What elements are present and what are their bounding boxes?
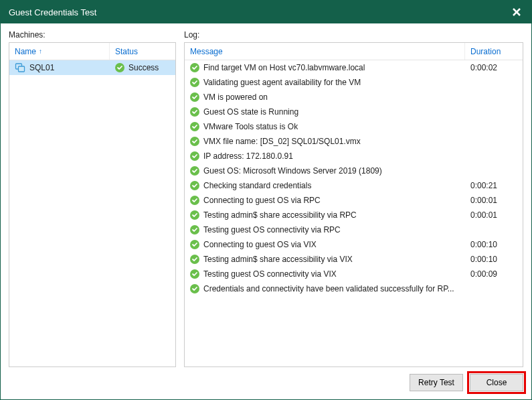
machines-panel: Machines: Name ↑ Status xyxy=(9,29,176,367)
log-message-cell: Connecting to guest OS via VIX xyxy=(185,240,465,249)
success-icon xyxy=(115,63,124,72)
log-message: Credentials and connectivity have been v… xyxy=(203,284,454,293)
success-icon xyxy=(190,196,199,205)
success-icon xyxy=(190,78,199,87)
machine-name: SQL01 xyxy=(29,63,54,72)
log-message: Testing guest OS connectivity via RPC xyxy=(203,225,341,235)
success-icon xyxy=(190,240,199,249)
svg-rect-3 xyxy=(19,66,25,72)
table-row[interactable]: Testing guest OS connectivity via VIX0:0… xyxy=(185,267,523,281)
header-message-text: Message xyxy=(190,47,223,56)
log-header-message[interactable]: Message xyxy=(185,43,465,60)
header-name-text: Name xyxy=(15,47,36,56)
log-message-cell: Credentials and connectivity have been v… xyxy=(185,284,465,293)
log-message: Connecting to guest OS via VIX xyxy=(203,240,317,249)
log-message: IP address: 172.180.0.91 xyxy=(203,151,293,161)
table-row[interactable]: VMware Tools status is Ok xyxy=(185,119,523,134)
titlebar: Guest Credentials Test xyxy=(1,1,531,23)
machines-list: Name ↑ Status xyxy=(9,42,176,367)
retry-test-button[interactable]: Retry Test xyxy=(410,374,463,391)
success-icon xyxy=(190,107,199,117)
success-icon xyxy=(190,137,199,146)
log-message: Testing guest OS connectivity via VIX xyxy=(203,269,337,279)
table-row[interactable]: VMX file name: [DS_02] SQL01/SQL01.vmx xyxy=(185,134,523,149)
log-message-cell: VMware Tools status is Ok xyxy=(185,122,465,131)
button-row: Retry Test Close xyxy=(9,367,523,391)
log-message: Checking standard credentials xyxy=(203,181,311,190)
log-header: Message Duration xyxy=(185,43,523,60)
log-message: Connecting to guest OS via RPC xyxy=(203,196,321,205)
log-rows[interactable]: Find target VM on Host vc70.labvmware.lo… xyxy=(185,60,523,366)
vm-icon xyxy=(15,62,25,73)
log-message: VMX file name: [DS_02] SQL01/SQL01.vmx xyxy=(203,137,361,146)
success-icon xyxy=(190,210,199,220)
success-icon xyxy=(190,151,199,161)
success-icon xyxy=(190,92,199,102)
table-row[interactable]: Connecting to guest OS via VIX0:00:10 xyxy=(185,237,523,252)
dialog-window: Guest Credentials Test Machines: Name ↑ … xyxy=(0,0,532,400)
header-duration-text: Duration xyxy=(470,47,501,56)
log-duration-cell: 0:00:01 xyxy=(465,196,523,205)
table-row[interactable]: IP address: 172.180.0.91 xyxy=(185,149,523,163)
log-message-cell: Guest OS: Microsoft Windows Server 2019 … xyxy=(185,166,465,176)
machines-header-status[interactable]: Status xyxy=(110,43,175,60)
log-message-cell: Checking standard credentials xyxy=(185,181,465,190)
log-duration-cell: 0:00:10 xyxy=(465,255,523,264)
machine-name-cell: SQL01 xyxy=(9,62,110,73)
log-duration-cell: 0:00:02 xyxy=(465,63,523,72)
log-header-duration[interactable]: Duration xyxy=(465,43,523,60)
log-duration-cell: 0:00:09 xyxy=(465,269,523,279)
log-list: Message Duration Find target VM on Host … xyxy=(184,42,523,367)
table-row[interactable]: Validating guest agent availability for … xyxy=(185,75,523,90)
table-row[interactable]: Checking standard credentials0:00:21 xyxy=(185,178,523,193)
machines-rows[interactable]: SQL01 Success xyxy=(9,60,175,366)
log-message: VMware Tools status is Ok xyxy=(203,122,298,131)
log-message: Guest OS state is Running xyxy=(203,107,298,117)
log-duration-cell: 0:00:10 xyxy=(465,240,523,249)
log-message: Testing admin$ share accessibility via V… xyxy=(203,255,353,264)
log-label: Log: xyxy=(184,30,523,40)
success-icon xyxy=(190,225,199,235)
log-message: Testing admin$ share accessibility via R… xyxy=(203,210,357,220)
table-row[interactable]: Testing admin$ share accessibility via V… xyxy=(185,252,523,267)
window-title: Guest Credentials Test xyxy=(9,7,96,17)
panels: Machines: Name ↑ Status xyxy=(9,29,523,367)
success-icon xyxy=(190,284,199,293)
log-message-cell: Testing guest OS connectivity via VIX xyxy=(185,269,465,279)
table-row[interactable]: SQL01 Success xyxy=(9,60,175,75)
sort-ascending-icon: ↑ xyxy=(39,48,42,55)
close-button[interactable]: Close xyxy=(470,374,523,391)
success-icon xyxy=(190,166,199,176)
table-row[interactable]: Connecting to guest OS via RPC0:00:01 xyxy=(185,193,523,208)
table-row[interactable]: Testing admin$ share accessibility via R… xyxy=(185,208,523,222)
log-message: Find target VM on Host vc70.labvmware.lo… xyxy=(203,63,365,72)
close-icon[interactable] xyxy=(509,4,525,20)
table-row[interactable]: Testing guest OS connectivity via RPC xyxy=(185,222,523,237)
table-row[interactable]: Credentials and connectivity have been v… xyxy=(185,281,523,296)
success-icon xyxy=(190,255,199,264)
log-duration-cell: 0:00:01 xyxy=(465,210,523,220)
log-message: Guest OS: Microsoft Windows Server 2019 … xyxy=(203,166,382,176)
log-message-cell: IP address: 172.180.0.91 xyxy=(185,151,465,161)
header-status-text: Status xyxy=(115,47,138,56)
table-row[interactable]: Guest OS state is Running xyxy=(185,105,523,119)
log-message: VM is powered on xyxy=(203,92,268,102)
machines-header-name[interactable]: Name ↑ xyxy=(9,43,110,60)
machine-status-cell: Success xyxy=(110,63,175,72)
success-icon xyxy=(190,122,199,131)
success-icon xyxy=(190,269,199,279)
success-icon xyxy=(190,63,199,72)
table-row[interactable]: Guest OS: Microsoft Windows Server 2019 … xyxy=(185,163,523,178)
log-message-cell: VMX file name: [DS_02] SQL01/SQL01.vmx xyxy=(185,137,465,146)
log-message-cell: VM is powered on xyxy=(185,92,465,102)
dialog-body: Machines: Name ↑ Status xyxy=(1,23,531,399)
log-message: Validating guest agent availability for … xyxy=(203,78,361,87)
table-row[interactable]: VM is powered on xyxy=(185,90,523,105)
log-panel: Log: Message Duration Find target VM on … xyxy=(184,29,523,367)
log-message-cell: Testing admin$ share accessibility via V… xyxy=(185,255,465,264)
log-message-cell: Find target VM on Host vc70.labvmware.lo… xyxy=(185,63,465,72)
log-message-cell: Guest OS state is Running xyxy=(185,107,465,117)
machines-header: Name ↑ Status xyxy=(9,43,175,60)
table-row[interactable]: Find target VM on Host vc70.labvmware.lo… xyxy=(185,60,523,75)
log-duration-cell: 0:00:21 xyxy=(465,181,523,190)
